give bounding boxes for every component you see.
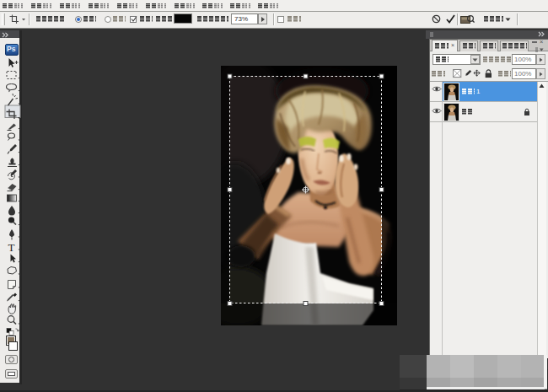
svg-text:T: T [8, 241, 15, 254]
